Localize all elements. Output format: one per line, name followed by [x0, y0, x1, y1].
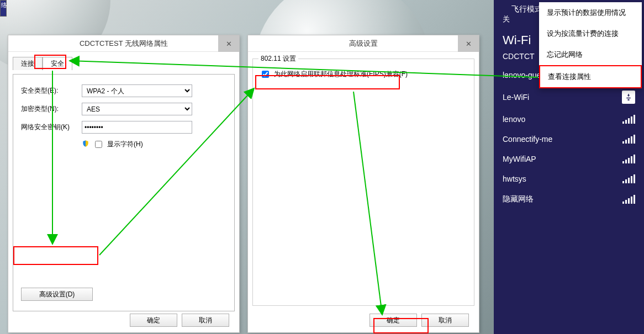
wifi-ssid-label: 隐藏网络: [503, 194, 534, 204]
wifi-ssid-label: Le-WiFi: [503, 93, 529, 102]
wifi-ssid-label: Connectify-me: [503, 135, 552, 144]
advanced-settings-dialog: 高级设置 ✕ 802.11 设置 为此网络启用联邦信息处理标准(FIPS)兼容(…: [247, 35, 479, 333]
signal-icon: [622, 115, 635, 124]
cancel-button[interactable]: 取消: [182, 314, 229, 327]
tab-connect[interactable]: 连接: [13, 57, 43, 70]
wifi-panel: 飞行模式 关 Wi-Fi CDCTCT lenovo-guest Le-WiFi…: [494, 0, 644, 334]
wifi-network[interactable]: MyWifiAP: [494, 149, 644, 169]
menu-item-view-properties[interactable]: 查看连接属性: [539, 65, 642, 88]
encryption-type-select[interactable]: AES: [82, 103, 192, 115]
security-type-label: 安全类型(E):: [21, 86, 82, 96]
wifi-ssid-label: MyWifiAP: [503, 155, 536, 163]
menu-item-metered[interactable]: 设为按流量计费的连接: [539, 23, 642, 44]
menu-item-forget[interactable]: 忘记此网络: [539, 44, 642, 65]
wifi-network[interactable]: hwtsys: [494, 169, 644, 189]
wifi-network[interactable]: Le-WiFi: [494, 85, 644, 109]
close-icon[interactable]: ✕: [218, 35, 239, 52]
advanced-settings-button[interactable]: 高级设置(D): [21, 288, 93, 301]
wifi-network[interactable]: 隐藏网络: [494, 189, 644, 210]
fips-checkbox[interactable]: [262, 71, 269, 78]
menu-item-data-usage[interactable]: 显示预计的数据使用情况: [539, 2, 642, 23]
network-key-label: 网络安全密钥(K): [21, 123, 82, 132]
signal-icon: [622, 135, 635, 144]
dialog-title: CDCTCTEST 无线网络属性: [80, 39, 168, 49]
wifi-ssid-label: hwtsys: [503, 174, 526, 183]
wifi-properties-dialog: CDCTCTEST 无线网络属性 ✕ 连接 安全 安全类型(E): WPA2 -…: [8, 35, 240, 333]
network-key-input[interactable]: [82, 121, 192, 134]
tab-security[interactable]: 安全: [43, 57, 72, 70]
security-type-select[interactable]: WPA2 - 个人: [82, 84, 192, 97]
window-fragment: 络: [0, 0, 7, 17]
encryption-type-label: 加密类型(N):: [21, 104, 82, 114]
signal-icon: [622, 195, 635, 204]
usb-icon: [622, 91, 635, 104]
wifi-ssid-label: lenovo: [503, 115, 525, 124]
signal-icon: [622, 174, 635, 183]
wifi-network[interactable]: Connectify-me: [494, 129, 644, 149]
wifi-network[interactable]: lenovo: [494, 109, 644, 129]
close-icon[interactable]: ✕: [458, 35, 479, 52]
show-characters-checkbox[interactable]: [95, 141, 102, 148]
airplane-mode-label: 飞行模式: [511, 6, 542, 12]
uac-shield-icon: [82, 140, 89, 149]
groupbox-legend: 802.11 设置: [258, 54, 298, 63]
dialog-title: 高级设置: [349, 39, 378, 49]
fips-label: 为此网络启用联邦信息处理标准(FIPS)兼容(F): [274, 70, 408, 79]
ok-button[interactable]: 确定: [369, 314, 417, 327]
wifi-context-menu: 显示预计的数据使用情况 设为按流量计费的连接 忘记此网络 查看连接属性: [539, 2, 642, 88]
ok-button[interactable]: 确定: [130, 314, 177, 327]
cancel-button[interactable]: 取消: [421, 314, 469, 327]
show-characters-label: 显示字符(H): [107, 140, 143, 149]
signal-icon: [622, 155, 635, 163]
